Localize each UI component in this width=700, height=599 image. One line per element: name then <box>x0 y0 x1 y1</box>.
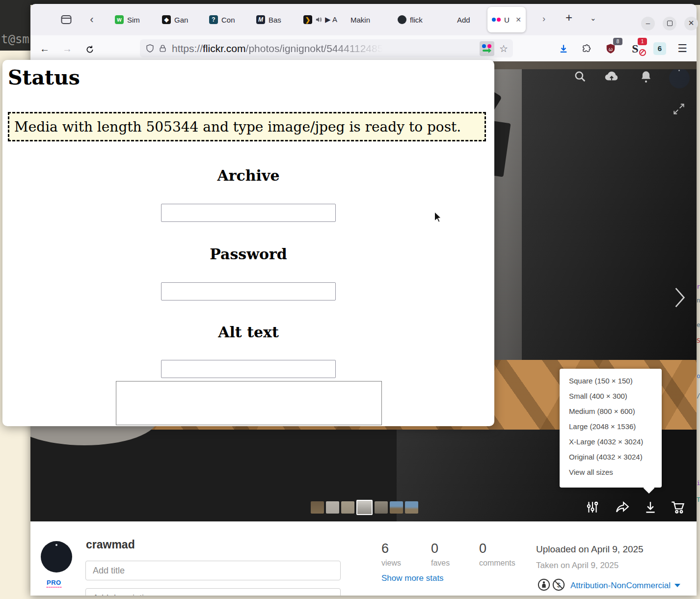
shield-ext-glyph: ω <box>609 47 613 52</box>
url-bar[interactable]: https://flickr.com/photos/ignignokt/5444… <box>140 39 513 57</box>
password-field-label: Password <box>2 245 494 263</box>
photo-thumbnail[interactable] <box>390 501 403 514</box>
editor-text-fragment: n <box>697 297 700 304</box>
tab-scroll-left-icon[interactable]: ‹ <box>85 12 98 27</box>
mouse-cursor <box>433 211 442 225</box>
size-menu-item[interactable]: X-Large (4032 × 3024) <box>560 434 662 449</box>
size-menu-item[interactable]: View all sizes <box>560 464 662 480</box>
editor-text-fragment: i <box>697 479 700 487</box>
description-textarea[interactable] <box>116 381 382 425</box>
password-input[interactable] <box>161 282 336 300</box>
back-button[interactable]: ← <box>37 41 52 56</box>
tab-overflow-chevron-icon[interactable]: › <box>542 14 545 24</box>
share-icon[interactable] <box>615 500 630 515</box>
window-minimize-button[interactable]: – <box>641 17 655 30</box>
alt-text-input[interactable] <box>161 360 336 378</box>
tab-strip: ‹ w Sim ✕ ◆ Gan ✕ ? <box>30 4 697 35</box>
page-action-extension-icon[interactable] <box>480 41 494 56</box>
menu-hamburger-icon[interactable]: ☰ <box>674 41 690 56</box>
terminal-titlebar: t@sm <box>0 0 30 51</box>
license-dropdown-caret[interactable] <box>674 584 680 587</box>
downloads-button[interactable] <box>556 41 571 56</box>
browser-tab[interactable]: ◆ Gan ✕ <box>158 7 205 32</box>
tab-favicon: w <box>115 15 124 24</box>
photo-title-input[interactable] <box>85 561 341 580</box>
uploaded-date: Uploaded on April 9, 2025 <box>536 544 644 555</box>
tab-favicon <box>492 15 501 24</box>
tab-title: Con <box>221 16 235 24</box>
photo-description-input[interactable] <box>85 588 341 596</box>
window-maximize-button[interactable] <box>663 17 676 30</box>
reload-button[interactable] <box>82 41 97 56</box>
firefox-view-icon[interactable] <box>59 12 74 27</box>
shield-permissions-icon[interactable] <box>146 44 154 53</box>
browser-tab[interactable]: U ✕ <box>487 7 526 32</box>
bookmark-star-icon[interactable]: ☆ <box>499 43 508 54</box>
size-menu-item[interactable]: Medium (800 × 600) <box>560 404 662 419</box>
edit-sliders-icon[interactable] <box>586 500 600 515</box>
cc-attribution-icon <box>538 578 550 591</box>
photo-thumbnail[interactable] <box>405 501 418 514</box>
show-more-stats-link[interactable]: Show more stats <box>381 573 444 583</box>
photo-thumbnail[interactable] <box>375 501 388 514</box>
window-close-button[interactable]: ✕ <box>684 17 698 30</box>
extensions-puzzle-icon[interactable] <box>578 41 594 56</box>
photo-thumbnail[interactable] <box>341 501 354 514</box>
lock-icon[interactable] <box>159 44 167 53</box>
license-link[interactable]: Attribution-NonCommercial <box>570 581 671 591</box>
cart-icon[interactable] <box>671 500 685 515</box>
tab-list-dropdown-icon[interactable]: ⌄ <box>590 14 596 23</box>
archive-field-label: Archive <box>2 167 494 184</box>
editor-text-fragment: r <box>697 283 700 290</box>
tab-title: ▶ A <box>325 15 337 24</box>
browser-tab[interactable]: flick ✕ <box>393 7 440 32</box>
size-menu-item[interactable]: Original (4032 × 3024) <box>560 449 662 464</box>
editor-text-fragment: S <box>697 337 700 344</box>
owner-username[interactable]: crawmad <box>86 538 135 551</box>
photo-thumbnail[interactable] <box>356 500 373 515</box>
pro-badge[interactable]: PRO <box>47 579 61 588</box>
editor-text-fragment: e <box>697 321 700 328</box>
url-text: https://flickr.com/photos/ignignokt/5444… <box>172 43 480 54</box>
tab-close-icon[interactable]: ✕ <box>515 16 521 24</box>
comments-label: comments <box>479 559 515 568</box>
new-tab-button[interactable]: + <box>565 11 572 25</box>
tab-counter-icon[interactable]: 6 <box>652 41 668 56</box>
browser-tab[interactable]: M Bas ✕ <box>252 7 299 32</box>
tab-audio-icon[interactable] <box>316 16 322 24</box>
download-icon[interactable] <box>644 500 658 515</box>
tab-favicon <box>398 15 406 24</box>
photo-thumbnail[interactable] <box>311 501 324 514</box>
browser-tab[interactable]: ❯ ▶ A ✕ <box>299 7 346 32</box>
archive-input[interactable] <box>161 204 336 222</box>
s-extension-badge: 1 <box>638 38 647 45</box>
browser-tab[interactable]: ? Con ✕ <box>205 7 252 32</box>
browser-tabs: w Sim ✕ ◆ Gan ✕ ? <box>110 7 526 32</box>
browser-tab[interactable]: Add ✕ <box>440 7 487 32</box>
status-message: Media with length 505344 and type image/… <box>8 112 486 141</box>
tab-favicon <box>445 15 454 24</box>
next-photo-chevron[interactable] <box>673 286 686 311</box>
size-menu-item[interactable]: Large (2048 × 1536) <box>560 419 662 434</box>
forward-button[interactable]: → <box>60 41 75 56</box>
s-extension-icon[interactable]: S 1 <box>627 41 643 56</box>
cc-license-icons[interactable]: $ <box>538 578 565 591</box>
browser-tab[interactable]: w Sim ✕ <box>110 7 158 32</box>
shield-extension-icon[interactable]: ω 8 <box>603 41 619 56</box>
tab-title: flick <box>410 16 423 24</box>
photo-info-panel: PRO crawmad 6 views 0 faves 0 comments S… <box>30 521 697 596</box>
size-menu-item[interactable]: Square (150 × 150) <box>560 373 662 388</box>
desktop-bottom-sliver <box>30 596 700 599</box>
size-menu-item[interactable]: Small (400 × 300) <box>560 388 662 404</box>
tab-favicon: ◆ <box>162 15 171 24</box>
tab-favicon: ❯ <box>303 15 312 24</box>
owner-avatar[interactable] <box>41 541 72 572</box>
status-dialog: Status Media with length 505344 and type… <box>2 60 494 426</box>
photo-thumbnail[interactable] <box>326 501 339 514</box>
tab-favicon: M <box>256 15 265 24</box>
editor-window-left-sliver: loadHubtheYoupubl# AlOnce <box>0 403 30 599</box>
browser-tab[interactable]: Makin ✕ <box>346 7 393 32</box>
faves-label: faves <box>431 559 450 568</box>
views-label: views <box>381 559 401 568</box>
cc-noncommercial-icon: $ <box>552 578 565 591</box>
